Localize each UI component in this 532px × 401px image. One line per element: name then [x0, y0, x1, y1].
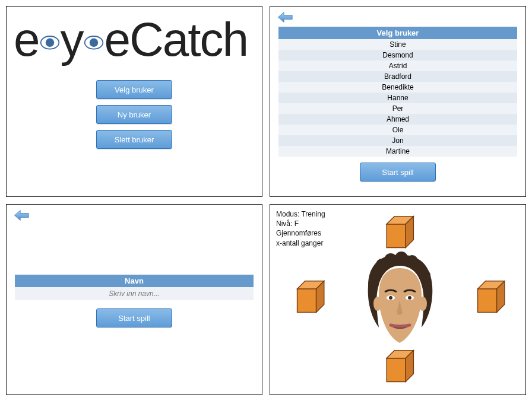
- panel-select-user: Velg bruker StineDesmondAstridBradfordBe…: [270, 6, 526, 197]
- user-row[interactable]: Ole: [278, 125, 517, 135]
- app-logo: e y eCatch: [14, 13, 248, 66]
- logo-container: e y eCatch: [7, 7, 262, 65]
- logo-text-mid: eCatch: [104, 13, 248, 66]
- svg-point-23: [373, 297, 382, 311]
- name-input[interactable]: [15, 287, 254, 300]
- delete-user-button[interactable]: Slett bruker: [96, 130, 172, 149]
- svg-point-24: [419, 297, 427, 311]
- user-list: Velg bruker StineDesmondAstridBradfordBe…: [278, 27, 517, 157]
- user-row[interactable]: Benedikte: [278, 82, 517, 93]
- eye-icon: [39, 15, 61, 58]
- name-form: Navn: [15, 275, 254, 300]
- panel-game: Modus: Trening Nivå: F Gjennomføres x-an…: [270, 204, 526, 395]
- back-arrow-icon[interactable]: [277, 11, 294, 26]
- cube-left[interactable]: [293, 278, 332, 317]
- eye-icon: [83, 15, 104, 58]
- cube-right[interactable]: [473, 278, 512, 317]
- select-user-button[interactable]: Velg bruker: [96, 80, 172, 99]
- user-row[interactable]: Astrid: [278, 61, 517, 71]
- svg-point-28: [408, 296, 411, 300]
- svg-point-22: [420, 270, 430, 281]
- svg-marker-4: [387, 224, 406, 248]
- panel-new-user: Navn Start spill: [6, 204, 262, 395]
- user-row[interactable]: Stine: [278, 39, 517, 50]
- svg-point-21: [370, 268, 381, 278]
- start-game-button[interactable]: Start spill: [360, 163, 436, 182]
- name-header: Navn: [15, 275, 254, 287]
- svg-marker-13: [297, 289, 316, 313]
- panel-main-menu: e y eCatch Velg bruker Ny bruker Slett b…: [6, 6, 262, 197]
- logo-text-mid-prefix: y: [61, 13, 83, 66]
- user-row[interactable]: Martine: [278, 146, 517, 157]
- user-row[interactable]: Bradford: [278, 71, 517, 82]
- user-row[interactable]: Ahmed: [278, 114, 517, 125]
- main-menu-buttons: Velg bruker Ny bruker Slett bruker: [7, 80, 262, 149]
- svg-point-18: [395, 252, 408, 265]
- svg-marker-7: [478, 289, 497, 313]
- logo-text-pre: e: [14, 13, 39, 66]
- user-row[interactable]: Jon: [278, 135, 517, 146]
- face-image: [355, 249, 444, 350]
- svg-marker-10: [387, 358, 406, 382]
- cube-bottom[interactable]: [382, 347, 422, 386]
- svg-point-1: [45, 39, 53, 47]
- cube-top[interactable]: [382, 213, 422, 252]
- start-game-button[interactable]: Start spill: [96, 308, 172, 327]
- svg-point-3: [89, 39, 97, 47]
- user-row[interactable]: Desmond: [278, 50, 517, 61]
- new-user-button[interactable]: Ny bruker: [96, 105, 172, 124]
- user-row[interactable]: Per: [278, 103, 517, 114]
- user-rows: StineDesmondAstridBradfordBenedikteHanne…: [278, 39, 517, 157]
- game-area: [270, 205, 525, 394]
- user-list-header: Velg bruker: [278, 27, 517, 39]
- svg-point-26: [389, 296, 392, 300]
- user-row[interactable]: Hanne: [278, 93, 517, 103]
- back-arrow-icon[interactable]: [14, 209, 30, 224]
